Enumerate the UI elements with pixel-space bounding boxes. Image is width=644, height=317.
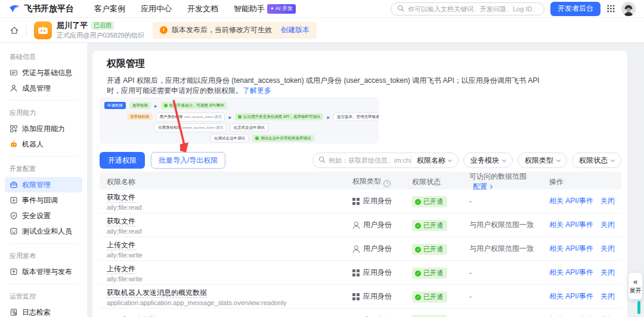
close-permission-link[interactable]: 关闭 bbox=[600, 268, 615, 278]
filter-label: 业务模块 bbox=[470, 156, 499, 166]
permission-flow-diagram: 申请权限 免审权限 权限开通成功，可调用 API/事件 需审核权限 用户身份权限… bbox=[100, 97, 379, 144]
sidebar-section-app-capability: 应用能力 bbox=[5, 105, 82, 121]
person-icon bbox=[10, 84, 18, 92]
info-icon[interactable] bbox=[383, 180, 391, 187]
sidebar-item-credentials[interactable]: 凭证与基础信息 bbox=[5, 65, 82, 80]
briefcase-icon bbox=[10, 181, 18, 189]
sidebar-item-label: 日志检索 bbox=[22, 307, 51, 317]
close-permission-link[interactable]: 关闭 bbox=[600, 291, 615, 302]
permission-toolbar: 开通权限 批量导入/导出权限 权限名称 业务模块 权限类型 bbox=[100, 152, 621, 169]
permission-search-box[interactable]: 权限名称 bbox=[312, 153, 459, 168]
close-permission-link[interactable]: 关闭 bbox=[600, 220, 615, 230]
permission-name[interactable]: 获取文件 bbox=[107, 216, 135, 226]
permission-search-input[interactable] bbox=[329, 157, 411, 164]
event-callback-icon bbox=[10, 196, 18, 204]
sidebar-item-log-search[interactable]: 日志检索 bbox=[5, 304, 82, 317]
close-permission-link[interactable]: 关闭 bbox=[600, 196, 615, 206]
open-permission-button[interactable]: 开通权限 bbox=[100, 152, 145, 169]
search-icon bbox=[397, 4, 404, 14]
global-search-input[interactable] bbox=[408, 5, 538, 13]
app-org-subtitle: 正式应用@用户035829的组织 bbox=[57, 32, 144, 39]
nav-ai-assistant[interactable]: 智能助手 AI 开发 bbox=[234, 4, 296, 14]
flow-app-permission-box: 应用身份权限 tenant_access_token 调用 bbox=[154, 123, 227, 132]
header-permission-type: 权限类型 bbox=[345, 176, 405, 187]
filter-label: 权限状态 bbox=[579, 156, 608, 166]
chevron-down-icon bbox=[611, 157, 615, 161]
check-icon bbox=[415, 199, 421, 205]
identity-type-icon bbox=[352, 245, 360, 253]
permission-name[interactable]: 获取文件 bbox=[107, 192, 135, 203]
table-row: 获取文件aily:file:read 用户身份 已开通 与用户权限范围一致 相关… bbox=[100, 213, 621, 237]
feishu-logo-icon bbox=[8, 3, 20, 15]
global-search-box[interactable] bbox=[391, 2, 544, 15]
sidebar-item-members[interactable]: 成员管理 bbox=[5, 80, 82, 96]
sidebar-item-label: 权限管理 bbox=[22, 180, 51, 190]
credential-card-icon bbox=[10, 69, 18, 77]
learn-more-link[interactable]: 了解更多 bbox=[243, 86, 271, 95]
identity-type-icon bbox=[352, 269, 360, 276]
table-row: 获取文件aily:file:read 应用身份 已开通 - 相关 API/事件关… bbox=[100, 189, 621, 213]
flow-arrow-icon bbox=[327, 115, 330, 119]
filter-permission-status[interactable]: 权限状态 bbox=[572, 153, 621, 168]
table-row: 管理应用自身资源 应用身份 已开通 - 相关 API/事件关闭 bbox=[100, 309, 621, 317]
nav-app-center[interactable]: 应用中心 bbox=[141, 4, 172, 14]
chevron-right-icon bbox=[488, 185, 493, 189]
permission-name[interactable]: 获取机器人发送消息的概览数据 bbox=[107, 288, 207, 298]
data-scope: - bbox=[462, 293, 542, 301]
home-icon[interactable] bbox=[10, 26, 19, 35]
sidebar-item-test-enterprise[interactable]: 测试企业和人员 bbox=[5, 223, 82, 239]
app-header-bar: 屈川了平 已启用 正式应用@用户035829的组织 版本发布后，当前修改方可生效… bbox=[0, 18, 644, 43]
sidebar-item-add-capability[interactable]: 添加应用能力 bbox=[5, 121, 82, 136]
brand-logo[interactable]: 飞书开放平台 bbox=[8, 3, 74, 15]
permission-name[interactable]: 上传文件 bbox=[107, 264, 135, 274]
nav-dev-docs[interactable]: 开发文档 bbox=[187, 4, 218, 14]
sidebar-item-bot[interactable]: 机器人 bbox=[5, 136, 82, 152]
check-icon bbox=[415, 294, 421, 300]
related-api-link[interactable]: 相关 API/事件 bbox=[549, 244, 593, 254]
batch-import-export-button[interactable]: 批量导入/导出权限 bbox=[151, 152, 225, 169]
divider bbox=[10, 243, 78, 244]
flow-apply-badge: 申请权限 bbox=[104, 102, 126, 109]
permission-type: 应用身份 bbox=[363, 268, 392, 278]
identity-type-icon bbox=[352, 222, 360, 229]
related-api-link[interactable]: 相关 API/事件 bbox=[549, 268, 593, 278]
create-version-link[interactable]: 创建版本 bbox=[281, 25, 309, 35]
page-description-text: 开通 API 权限后，应用才能以应用身份 (tenant_access_toke… bbox=[107, 76, 540, 95]
shield-icon bbox=[10, 212, 18, 220]
filter-label: 权限类型 bbox=[525, 156, 553, 166]
related-api-link[interactable]: 相关 API/事件 bbox=[549, 196, 593, 206]
sidebar: 基础信息 凭证与基础信息 成员管理 应用能力 添加应用能力 机器人 开发配置 权… bbox=[0, 43, 87, 317]
related-api-link[interactable]: 相关 API/事件 bbox=[549, 220, 593, 230]
sidebar-section-app-release: 应用发布 bbox=[5, 248, 82, 264]
permission-name[interactable]: 上传文件 bbox=[107, 240, 135, 250]
header-permission-name: 权限名称 bbox=[100, 177, 345, 187]
permission-code: application:application.app_message_stat… bbox=[107, 299, 345, 306]
sidebar-item-events[interactable]: 事件与回调 bbox=[5, 192, 82, 208]
filter-business-module[interactable]: 业务模块 bbox=[463, 153, 513, 168]
flow-arrow-icon bbox=[154, 104, 157, 108]
sidebar-item-security[interactable]: 安全设置 bbox=[5, 208, 82, 223]
close-permission-link[interactable]: 关闭 bbox=[600, 244, 615, 254]
permission-table: 权限名称 权限类型 权限状态 可访问的数据范围配置 操作 获取文件aily:fi… bbox=[100, 172, 621, 317]
user-avatar[interactable] bbox=[621, 2, 636, 16]
flow-submit-box: 提交版本、管理员审核通过 bbox=[333, 113, 379, 121]
floating-widget-handle[interactable] bbox=[637, 301, 640, 314]
sidebar-item-label: 事件与回调 bbox=[22, 195, 58, 206]
expand-panel-tab[interactable]: 展开 bbox=[628, 273, 642, 299]
developer-console-button[interactable]: 开发者后台 bbox=[550, 2, 600, 16]
search-field-selector[interactable]: 权限名称 bbox=[411, 155, 457, 166]
identity-type-icon bbox=[352, 293, 360, 300]
permission-code: aily:file:write bbox=[107, 275, 345, 282]
related-api-link[interactable]: 相关 API/事件 bbox=[549, 291, 593, 302]
app-name: 屈川了平 bbox=[57, 21, 88, 30]
sidebar-item-label: 凭证与基础信息 bbox=[22, 68, 72, 78]
identity-type-icon bbox=[352, 198, 360, 205]
filter-permission-type[interactable]: 权限类型 bbox=[518, 153, 567, 168]
sidebar-item-permissions[interactable]: 权限管理 bbox=[5, 177, 82, 192]
nav-customer-cases[interactable]: 客户案例 bbox=[94, 4, 125, 14]
robot-icon bbox=[10, 140, 18, 148]
scope-config-link[interactable]: 配置 bbox=[473, 182, 492, 192]
app-launcher-grid-icon[interactable] bbox=[606, 4, 615, 13]
sidebar-item-version-release[interactable]: 版本管理与发布 bbox=[5, 264, 82, 279]
ai-dev-badge: AI 开发 bbox=[267, 4, 296, 14]
